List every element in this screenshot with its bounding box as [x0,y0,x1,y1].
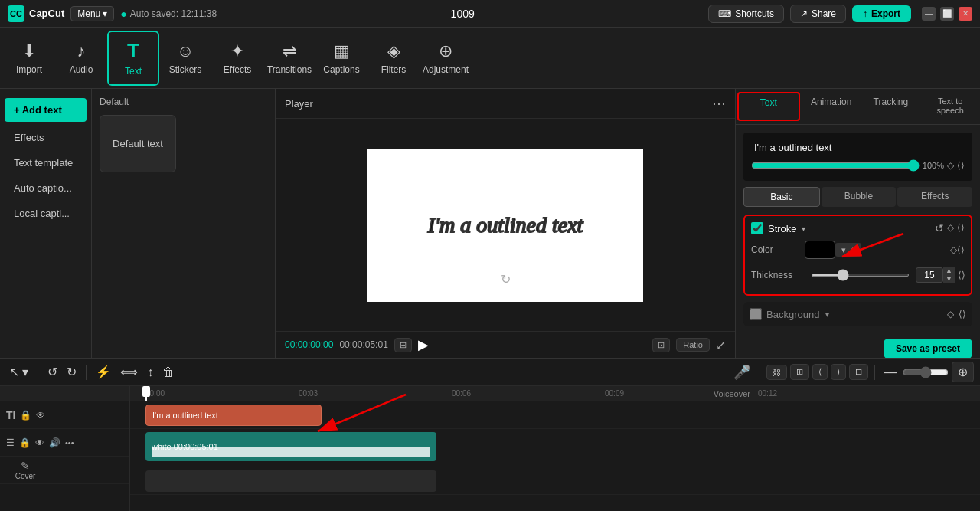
share-button[interactable]: ↗ Share [790,5,846,23]
split-horizontal-button[interactable]: ↕ [144,364,156,381]
microphone-button[interactable]: 🎤 [730,362,753,382]
add-text-button[interactable]: + Add text [5,98,87,122]
timeline-area: TI 🔒 👁 ☰ 🔒 👁 🔊 ••• ✎ Cover [0,386,980,511]
split-button[interactable]: ⚡ [93,363,114,381]
export-button[interactable]: ↑ Export [852,5,911,22]
main-toolbar: ⬇ Import ♪ Audio T Text ☺ Stickers ✦ Eff… [0,28,980,89]
ratio-button[interactable]: Ratio [676,338,710,352]
background-keyframe-button[interactable]: ◇ [947,309,954,319]
zoom-fit-button[interactable]: ⊕ [952,362,974,382]
tracks-content: I'm a outlined text white 00:00:05:01 [130,401,980,495]
link-button[interactable]: ⛓ [766,365,787,380]
voiceover-label: Voiceover [714,386,750,401]
opacity-value: 100% [923,161,944,170]
toolbar-stickers[interactable]: ☺ Stickers [159,31,211,86]
toolbar-transitions[interactable]: ⇌ Transitions [263,31,315,86]
toolbar-text[interactable]: T Text [107,31,159,86]
grid-button[interactable]: ⊞ [790,364,809,380]
split-view-button[interactable]: ⊟ [849,364,868,380]
text-track-icon: TI [6,409,15,421]
text-track-lock[interactable]: 🔒 [20,410,31,421]
close-button[interactable]: ✕ [959,7,972,21]
effects-icon: ✦ [230,41,244,61]
toolbar-captions[interactable]: ▦ Captions [315,31,368,86]
topbar-right: ⌨ Shortcuts ↗ Share ↑ Export — ⬜ ✕ [708,5,972,23]
main-track-more[interactable]: ••• [65,438,74,447]
text-preview-value: I'm a outlined text [751,139,965,156]
cursor-tool-button[interactable]: ↖ ▾ [6,363,31,381]
next-button[interactable]: ⟩ [831,364,846,380]
thickness-input[interactable]: 15 [916,267,943,283]
menu-button[interactable]: Menu ▾ [70,6,114,21]
stroke-checkbox[interactable] [751,222,763,234]
background-collapse-arrow[interactable]: ▾ [825,310,829,319]
cover-clip[interactable] [145,470,436,492]
toolbar-import[interactable]: ⬇ Import [3,31,55,86]
thickness-decrement-button[interactable]: ▼ [943,275,955,283]
background-expand-button[interactable]: ⟨⟩ [959,309,966,319]
player-title: Player [285,98,313,110]
maximize-button[interactable]: ⬜ [940,7,954,21]
color-expand-button[interactable]: ⟨⟩ [957,244,965,255]
player-grid-button[interactable]: ⊞ [394,338,412,352]
zoom-slider[interactable] [903,366,949,378]
shortcuts-button[interactable]: ⌨ Shortcuts [708,5,784,23]
opacity-slider[interactable] [751,159,920,172]
sidebar-item-local-caption[interactable]: Local capti... [5,201,87,225]
right-tabs: Text Animation Tracking Text to speech [736,89,980,125]
color-keyframe-button[interactable]: ◇ [950,244,957,255]
subtab-bubble[interactable]: Bubble [822,187,897,207]
redo-button[interactable]: ↻ [64,363,80,381]
toolbar-audio[interactable]: ♪ Audio [55,31,107,86]
toolbar-filters[interactable]: ◈ Filters [368,31,420,86]
play-button[interactable]: ▶ [418,336,429,353]
expand-button[interactable]: ⤢ [716,338,726,352]
sidebar-item-text-template[interactable]: Text template [5,151,87,175]
tab-tracking[interactable]: Tracking [861,89,921,124]
background-checkbox[interactable] [750,308,762,320]
subtab-effects[interactable]: Effects [897,187,972,207]
separator [38,365,38,380]
tab-animation[interactable]: Animation [802,89,861,124]
thickness-slider[interactable] [811,274,910,277]
stroke-keyframe-button[interactable]: ◇ [947,222,954,234]
sidebar-item-effects[interactable]: Effects [5,126,87,149]
tab-text[interactable]: Text [737,92,800,121]
main-track-visibility[interactable]: 👁 [35,437,44,448]
zoom-out-button[interactable]: — [881,364,900,381]
prev-button[interactable]: ⟨ [812,364,828,380]
cover-label[interactable]: ✎ Cover [6,457,44,484]
thickness-expand-button[interactable]: ⟨⟩ [958,270,965,280]
subtab-basic[interactable]: Basic [743,187,820,207]
default-text-thumbnail[interactable]: Default text [100,115,176,172]
main-track-audio[interactable]: 🔊 [49,437,60,448]
opacity-expand-button[interactable]: ⟨⟩ [957,160,965,171]
separator4 [874,365,875,380]
topbar-center: 1009 [223,8,702,20]
toolbar-adjustment[interactable]: ⊕ Adjustment [420,31,472,86]
delete-button[interactable]: 🗑 [159,364,178,381]
main-clip[interactable]: white 00:00:05:01 [145,432,436,461]
separator3 [760,365,760,380]
stroke-expand-button[interactable]: ⟨⟩ [957,222,965,234]
opacity-row: 100% ◇ ⟨⟩ [751,156,965,175]
undo-button[interactable]: ↺ [44,363,60,381]
fullscreen-fit-button[interactable]: ⊡ [652,338,670,352]
thickness-increment-button[interactable]: ▲ [943,267,955,275]
text-track-visibility[interactable]: 👁 [36,410,45,421]
color-swatch[interactable] [805,241,835,259]
color-dropdown[interactable]: ▾ [835,243,861,257]
opacity-keyframe-button[interactable]: ◇ [947,160,954,171]
stroke-undo-button[interactable]: ↺ [935,222,944,234]
text-clip[interactable]: I'm a outlined text [145,405,322,426]
sidebar-item-auto-caption[interactable]: Auto captio... [5,176,87,200]
player-menu-button[interactable]: ⋯ [712,95,726,112]
minimize-button[interactable]: — [922,7,936,21]
stroke-label: Stroke [768,223,797,234]
split-vertical-button[interactable]: ⟺ [117,363,141,381]
toolbar-effects[interactable]: ✦ Effects [211,31,263,86]
tab-text-to-speech[interactable]: Text to speech [920,89,980,124]
save-preset-button[interactable]: Save as preset [884,339,972,358]
stroke-collapse-arrow[interactable]: ▾ [802,224,805,233]
main-track-lock[interactable]: 🔒 [19,437,31,448]
